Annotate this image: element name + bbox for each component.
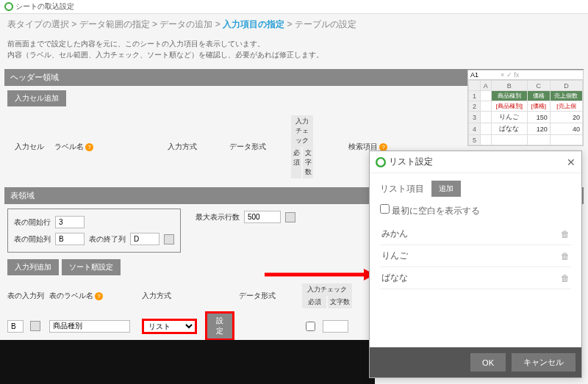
spreadsheet-preview: × ✓ fx ABCD 1商品種別価格売上個数 2[商品種別][価格][売上個 …	[467, 70, 584, 146]
chars-input[interactable]	[323, 320, 348, 333]
show-blank-checkbox[interactable]: 最初に空白を表示する	[380, 204, 571, 217]
cell-picker-icon[interactable]	[30, 321, 40, 331]
sort-setting-button[interactable]: ソート順設定	[62, 259, 121, 275]
close-icon[interactable]: ✕	[567, 156, 576, 168]
add-item-button[interactable]: 追加	[431, 181, 461, 197]
trash-icon[interactable]: 🗑	[561, 273, 570, 283]
hdr-label: ラベル名?	[54, 142, 165, 152]
start-col-input[interactable]	[55, 233, 85, 245]
help-icon[interactable]: ?	[85, 143, 93, 151]
range-box: 表の開始行 表の開始列 表の終了列	[7, 209, 181, 253]
list-item[interactable]: りんご 🗑	[380, 245, 571, 267]
required-checkbox[interactable]	[306, 322, 315, 331]
app-icon	[376, 157, 386, 167]
add-input-cell-button[interactable]: 入力セル追加	[7, 90, 66, 106]
start-row-input[interactable]	[55, 216, 85, 228]
end-col-input[interactable]	[130, 233, 159, 245]
max-rows-input[interactable]	[244, 211, 281, 223]
method-select[interactable]: リスト	[142, 319, 197, 334]
breadcrumb: 表タイプの選択 > データ範囲の指定 > データの追加 > 入力項目の指定 > …	[0, 14, 588, 35]
trash-icon[interactable]: 🗑	[561, 229, 570, 239]
footer	[0, 340, 375, 384]
list-item-label: リスト項目	[380, 183, 424, 195]
hdr-input-cell: 入力セル	[15, 142, 51, 152]
hdr-method: 入力方式	[168, 142, 226, 152]
active-cell-ref[interactable]	[468, 70, 498, 79]
hdr-chars: 文字数	[303, 147, 313, 178]
trash-icon[interactable]: 🗑	[561, 251, 570, 261]
label-input[interactable]	[49, 320, 130, 333]
ok-button[interactable]: OK	[470, 353, 506, 372]
setting-button[interactable]: 設定	[205, 311, 234, 341]
list-item[interactable]: ばなな 🗑	[380, 267, 571, 289]
col-input[interactable]	[7, 320, 24, 333]
hdr-type: データ形式	[229, 142, 288, 152]
hdr-check: 入力チェック	[291, 115, 313, 147]
help-icon[interactable]: ?	[95, 292, 103, 300]
stepper-icon[interactable]	[285, 212, 295, 222]
cancel-button[interactable]: キャンセル	[512, 353, 576, 372]
list-setting-dialog: リスト設定 ✕ リスト項目 追加 最初に空白を表示する みかん 🗑 りんご 🗑 …	[369, 151, 582, 378]
cell-picker-icon[interactable]	[164, 234, 174, 244]
description: 前画面までで設定した内容を元に、このシートの入力項目を表示しています。 内容（ラ…	[0, 35, 588, 68]
add-input-col-button[interactable]: 入力列追加	[7, 259, 59, 275]
list-item[interactable]: みかん 🗑	[380, 223, 571, 245]
window-titlebar: シートの取込設定	[0, 0, 588, 14]
window-title: シートの取込設定	[15, 1, 74, 12]
app-icon	[4, 2, 13, 11]
dialog-title: リスト設定	[389, 156, 433, 168]
hdr-required: 必須	[291, 147, 301, 178]
